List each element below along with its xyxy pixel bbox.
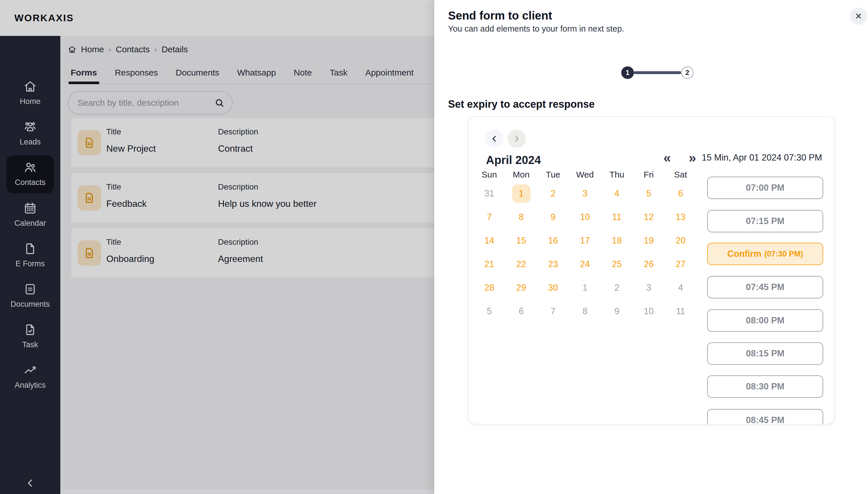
day-cell-10[interactable]: 10 [633, 300, 664, 323]
day-cell-20[interactable]: 20 [664, 229, 696, 252]
day-cell-5[interactable]: 5 [633, 182, 664, 205]
time-slot-button[interactable]: 08:15 PM [707, 342, 823, 365]
day-cell-30[interactable]: 30 [537, 276, 569, 300]
expiry-card: April 2024 « » 15 Min, Apr 01 2024 07:30… [468, 116, 835, 424]
day-header: Sun [474, 170, 505, 179]
day-cell-23[interactable]: 23 [537, 252, 569, 276]
day-cell-29[interactable]: 29 [505, 276, 537, 300]
calendar-week: 78910111213 [474, 205, 696, 229]
day-cell-19[interactable]: 19 [633, 229, 664, 252]
close-icon [854, 12, 863, 20]
calendar-week: 2829301234 [474, 276, 696, 300]
day-header: Sat [664, 170, 696, 179]
step-1-indicator: 1 [621, 66, 634, 79]
day-cell-22[interactable]: 22 [505, 252, 537, 276]
drawer-title: Send form to client [448, 9, 552, 22]
send-form-drawer: Send form to client You can add elements… [434, 0, 868, 494]
calendar-next-button[interactable] [507, 130, 526, 148]
time-slot-button[interactable]: 08:45 PM [707, 409, 823, 424]
day-header: Thu [601, 170, 633, 179]
day-cell-9[interactable]: 9 [601, 300, 633, 323]
day-header: Mon [505, 170, 537, 179]
day-cell-13[interactable]: 13 [664, 205, 696, 229]
calendar-day-headers: SunMonTueWedThuFriSat [474, 168, 696, 182]
day-cell-4[interactable]: 4 [601, 182, 633, 205]
day-cell-4[interactable]: 4 [664, 276, 696, 300]
day-cell-15[interactable]: 15 [505, 229, 537, 252]
day-cell-1[interactable]: 1 [505, 182, 537, 205]
calendar-week: 567891011 [474, 300, 696, 323]
time-slot-button[interactable]: 07:45 PM [707, 276, 823, 299]
modal-overlay [0, 0, 434, 494]
day-cell-11[interactable]: 11 [664, 300, 696, 323]
day-cell-1[interactable]: 1 [569, 276, 601, 300]
calendar-month-label: April 2024 [486, 154, 541, 167]
close-button[interactable] [850, 7, 867, 25]
slot-page-next-button[interactable]: » [687, 149, 698, 166]
calendar-week: 21222324252627 [474, 252, 696, 276]
day-cell-6[interactable]: 6 [505, 300, 537, 323]
day-cell-21[interactable]: 21 [474, 252, 505, 276]
day-cell-24[interactable]: 24 [569, 252, 601, 276]
day-cell-31[interactable]: 31 [474, 182, 505, 205]
day-cell-2[interactable]: 2 [601, 276, 633, 300]
time-slot-button[interactable]: 07:15 PM [707, 210, 823, 232]
day-cell-12[interactable]: 12 [633, 205, 664, 229]
day-cell-10[interactable]: 10 [569, 205, 601, 229]
day-cell-8[interactable]: 8 [505, 205, 537, 229]
day-cell-27[interactable]: 27 [664, 252, 696, 276]
day-cell-3[interactable]: 3 [633, 276, 664, 300]
selected-slot-summary: 15 Min, Apr 01 2024 07:30 PM [702, 152, 822, 163]
section-title: Set expiry to accept response [448, 98, 595, 110]
calendar-prev-button[interactable] [485, 130, 503, 148]
day-cell-26[interactable]: 26 [633, 252, 664, 276]
step-2-indicator: 2 [681, 66, 694, 79]
day-cell-9[interactable]: 9 [537, 205, 569, 229]
chevron-right-icon [513, 134, 521, 143]
day-cell-3[interactable]: 3 [569, 182, 601, 205]
time-slot-button[interactable]: 08:00 PM [707, 309, 823, 332]
time-slot-button[interactable]: 07:00 PM [707, 177, 823, 199]
calendar-week: 14151617181920 [474, 229, 696, 252]
confirm-slot-button[interactable]: Confirm(07:30 PM) [707, 243, 823, 265]
day-cell-7[interactable]: 7 [537, 300, 569, 323]
day-cell-16[interactable]: 16 [537, 229, 569, 252]
slot-page-prev-button[interactable]: « [662, 149, 673, 166]
day-header: Fri [633, 170, 664, 179]
day-cell-5[interactable]: 5 [474, 300, 505, 323]
day-cell-28[interactable]: 28 [474, 276, 505, 300]
day-cell-8[interactable]: 8 [569, 300, 601, 323]
time-slot-button[interactable]: 08:30 PM [707, 375, 823, 398]
day-cell-18[interactable]: 18 [601, 229, 633, 252]
day-cell-11[interactable]: 11 [601, 205, 633, 229]
day-cell-25[interactable]: 25 [601, 252, 633, 276]
drawer-subtitle: You can add elements to your form in nex… [448, 24, 624, 34]
day-cell-7[interactable]: 7 [474, 205, 505, 229]
app-root: WORKAXIS Home Leads Contacts Calendar E … [0, 0, 868, 494]
day-cell-17[interactable]: 17 [569, 229, 601, 252]
chevron-left-icon [490, 134, 499, 143]
day-cell-14[interactable]: 14 [474, 229, 505, 252]
day-header: Tue [537, 170, 569, 179]
day-cell-6[interactable]: 6 [664, 182, 696, 205]
stepper-connector [634, 71, 681, 74]
calendar-week: 31123456 [474, 182, 696, 205]
day-header: Wed [569, 170, 601, 179]
day-cell-2[interactable]: 2 [537, 182, 569, 205]
calendar-grid: 3112345678910111213141516171819202122232… [474, 182, 696, 323]
